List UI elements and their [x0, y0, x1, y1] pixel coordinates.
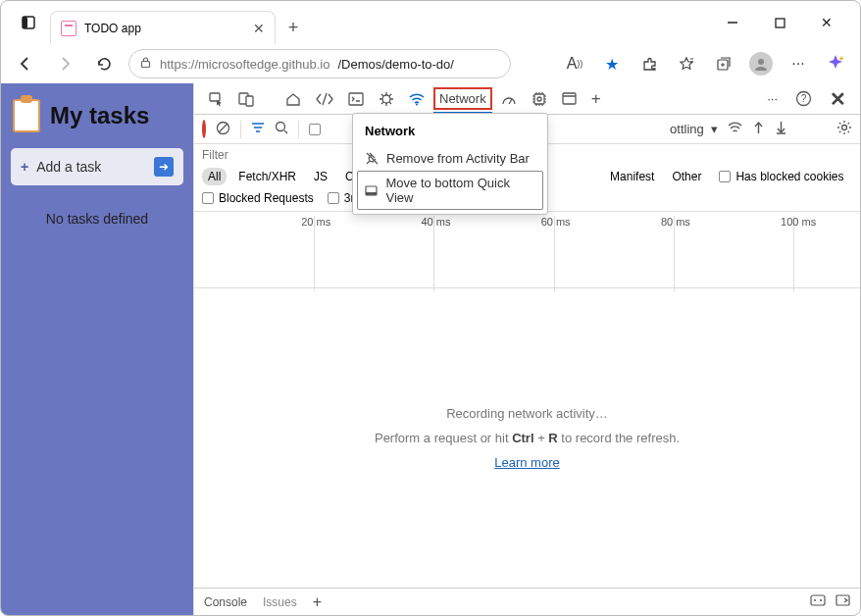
close-window-button[interactable]: ✕	[809, 9, 844, 36]
svg-point-37	[820, 599, 822, 601]
new-tab-button[interactable]: +	[279, 18, 307, 38]
devtools-close-button[interactable]: ✕	[824, 83, 852, 115]
svg-rect-3	[776, 19, 785, 27]
copilot-button[interactable]	[821, 49, 850, 78]
tab-network-wifi-icon[interactable]	[403, 88, 430, 110]
filter-js[interactable]: JS	[308, 168, 333, 185]
more-button[interactable]: ···	[784, 49, 813, 78]
svg-rect-1	[23, 17, 27, 28]
plus-icon: +	[21, 159, 28, 175]
submit-arrow-icon[interactable]: ➜	[154, 157, 174, 177]
add-task-input[interactable]: + Add a task ➜	[11, 148, 183, 185]
context-menu: Network Remove from Activity Bar Move to…	[352, 113, 548, 215]
drawer-add-button[interactable]: +	[313, 593, 322, 611]
svg-point-16	[416, 103, 418, 105]
blocked-requests-checkbox[interactable]: Blocked Requests	[202, 191, 314, 205]
search-button[interactable]	[275, 121, 288, 137]
clipboard-icon	[13, 99, 40, 132]
svg-rect-41	[366, 192, 377, 195]
empty-line2: Perform a request or hit Ctrl + R to rec…	[375, 431, 680, 445]
filter-manifest[interactable]: Manifest	[604, 168, 660, 185]
tab-close-button[interactable]: ✕	[253, 21, 265, 36]
svg-line-30	[284, 130, 287, 133]
devtools-tabstrip: Network + ··· ? ✕	[194, 83, 860, 115]
clear-button[interactable]	[216, 121, 230, 138]
favorite-button[interactable]: ★	[597, 49, 627, 78]
minimize-button[interactable]	[715, 9, 750, 36]
drawer-tab-console[interactable]: Console	[204, 595, 247, 609]
network-empty-state: Recording network activity… Perform a re…	[194, 288, 860, 588]
drawer-icon-1[interactable]	[810, 594, 826, 609]
tab-title: TODO app	[84, 22, 245, 35]
drawer-icon-2[interactable]	[836, 594, 850, 609]
title-bar: TODO app ✕ + ✕	[1, 1, 860, 44]
extensions-button[interactable]	[634, 49, 664, 78]
context-menu-title: Network	[357, 122, 543, 146]
svg-point-10	[758, 59, 764, 65]
tab-actions-button[interactable]	[13, 7, 44, 38]
throttling-dropdown[interactable]: ottling ▾	[670, 122, 718, 136]
tab-elements-icon[interactable]	[310, 88, 339, 110]
profile-button[interactable]	[746, 49, 776, 78]
tab-welcome-icon[interactable]	[279, 87, 307, 111]
forward-button	[50, 49, 79, 78]
filter-other[interactable]: Other	[666, 168, 707, 185]
preserve-log-checkbox[interactable]	[309, 124, 321, 135]
read-aloud-button[interactable]: A))	[560, 49, 589, 78]
tab-sources-icon[interactable]	[373, 87, 400, 111]
empty-tasks-label: No tasks defined	[11, 211, 183, 227]
svg-point-15	[382, 95, 390, 103]
address-bar: https://microsoftedge.github.io/Demos/de…	[1, 44, 860, 83]
lock-icon	[139, 56, 152, 72]
collections-button[interactable]	[709, 49, 738, 78]
favorites-bar-button[interactable]	[672, 49, 701, 78]
url-host: https://microsoftedge.github.io	[160, 57, 329, 72]
url-input[interactable]: https://microsoftedge.github.io/Demos/de…	[128, 49, 511, 78]
svg-point-29	[277, 123, 285, 131]
device-toggle-icon[interactable]	[232, 87, 260, 111]
window-controls: ✕	[715, 9, 844, 36]
svg-rect-4	[142, 62, 150, 68]
network-conditions-icon[interactable]	[728, 122, 742, 137]
record-button[interactable]	[202, 122, 206, 136]
svg-rect-35	[811, 595, 825, 605]
drawer-tab-issues[interactable]: Issues	[263, 595, 297, 609]
tab-network[interactable]: Network	[433, 87, 492, 110]
devtools-more-button[interactable]: ···	[761, 87, 784, 110]
devtools-help-button[interactable]: ?	[789, 86, 818, 111]
app-sidebar: My tasks + Add a task ➜ No tasks defined	[1, 83, 193, 615]
learn-more-link[interactable]: Learn more	[494, 455, 559, 470]
svg-text:?: ?	[801, 93, 807, 104]
filter-all[interactable]: All	[202, 168, 227, 185]
add-task-label: Add a task	[36, 159, 101, 175]
refresh-button[interactable]	[89, 49, 119, 78]
timeline-overview[interactable]: 20 ms 40 ms 60 ms 80 ms 100 ms	[194, 212, 860, 288]
svg-rect-18	[534, 94, 544, 104]
filter-toggle-icon[interactable]	[251, 122, 265, 136]
tab-memory-icon[interactable]	[526, 87, 553, 111]
svg-line-25	[219, 124, 228, 132]
export-har-icon[interactable]	[775, 121, 787, 137]
tab-favicon-icon	[61, 21, 76, 36]
url-path: /Demos/demo-to-do/	[337, 57, 454, 72]
tab-performance-icon[interactable]	[495, 88, 523, 110]
menu-move-to-bottom[interactable]: Move to bottom Quick View	[357, 171, 543, 210]
devtools-drawer: Console Issues +	[194, 588, 860, 615]
import-har-icon[interactable]	[752, 121, 765, 137]
svg-point-34	[842, 126, 847, 130]
network-settings-icon[interactable]	[836, 120, 852, 138]
tab-application-icon[interactable]	[556, 88, 582, 109]
tab-console-icon[interactable]	[342, 88, 370, 110]
browser-tab[interactable]: TODO app ✕	[50, 11, 276, 44]
tab-add-button[interactable]: +	[585, 85, 607, 113]
menu-remove-from-activity-bar[interactable]: Remove from Activity Bar	[357, 146, 543, 171]
filter-fetch[interactable]: Fetch/XHR	[232, 168, 302, 185]
back-button[interactable]	[11, 49, 40, 78]
inspect-tool-icon[interactable]	[202, 87, 229, 111]
unpin-icon	[365, 152, 379, 165]
svg-rect-11	[210, 93, 220, 101]
has-blocked-cookies-checkbox[interactable]: Has blocked cookies	[719, 170, 843, 183]
maximize-button[interactable]	[762, 9, 797, 36]
empty-line1: Recording network activity…	[446, 406, 608, 421]
app-title: My tasks	[13, 99, 183, 132]
